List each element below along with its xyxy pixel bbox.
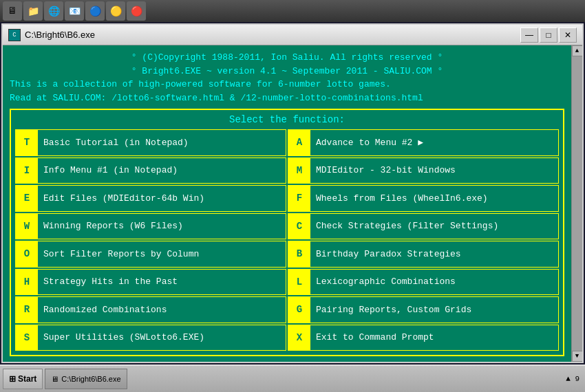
- menu-label-o: Sort Filter Reports by Column: [38, 246, 286, 262]
- window-title: C:\Bright6\B6.exe: [25, 30, 520, 40]
- menu-label-e: Edit Files (MDIEditor-64b Win): [38, 190, 286, 206]
- menu-item-b[interactable]: B Birthday Paradox Strategies: [288, 241, 559, 268]
- menu-item-l[interactable]: L Lexicographic Combinations: [288, 269, 559, 296]
- header-section: ° (C)Copyright 1988-2011, Ion Saliu. All…: [10, 51, 564, 105]
- menu-label-w: Winning Reports (W6 Files): [38, 218, 286, 234]
- menu-container: Select the function: T Basic Tutorial (i…: [10, 109, 564, 356]
- start-icon: ⊞: [9, 374, 16, 384]
- menu-key-o: O: [16, 241, 38, 267]
- menu-key-t: T: [16, 130, 38, 155]
- system-tray: ▲ 9: [566, 375, 582, 383]
- main-window: C C:\Bright6\B6.exe — □ ✕ ° (C)Copyright…: [1, 23, 584, 363]
- copyright-line2: ° Bright6.EXE ~ version 4.1 ~ September …: [10, 65, 564, 78]
- menu-label-g: Pairing Reports, Custom Grids: [310, 302, 558, 318]
- start-button[interactable]: ⊞ Start: [3, 369, 43, 389]
- window-icon: C: [8, 29, 21, 41]
- menu-key-g: G: [288, 297, 310, 323]
- scroll-track[interactable]: [572, 56, 582, 351]
- maximize-button[interactable]: □: [540, 28, 557, 43]
- menu-key-e: E: [16, 186, 38, 211]
- menu-item-o[interactable]: O Sort Filter Reports by Column: [15, 241, 286, 268]
- title-buttons: — □ ✕: [520, 28, 577, 43]
- menu-item-w[interactable]: W Winning Reports (W6 Files): [15, 213, 286, 240]
- menu-key-r: R: [16, 297, 38, 323]
- task-label: C:\Bright6\B6.exe: [61, 375, 120, 383]
- taskbar-icon-1[interactable]: 🖥: [3, 1, 22, 21]
- scroll-down-button[interactable]: ▼: [572, 351, 583, 362]
- menu-key-c: C: [288, 214, 310, 239]
- close-button[interactable]: ✕: [559, 28, 577, 43]
- info-line1: This is a collection of high-powered sof…: [10, 78, 564, 91]
- menu-key-h: H: [16, 270, 38, 295]
- menu-grid: T Basic Tutorial (in Notepad) A Advance …: [15, 129, 559, 351]
- taskbar-bottom: ⊞ Start 🖥 C:\Bright6\B6.exe ▲ 9: [0, 364, 585, 392]
- menu-label-x: Exit to Command Prompt: [310, 329, 558, 345]
- scrollbar[interactable]: ▲ ▼: [571, 45, 582, 362]
- taskbar-top: 🖥 📁 🌐 📧 🔵 🟡 🔴: [0, 0, 585, 22]
- info-line2: Read at SALIU.COM: /lotto6-software.html…: [10, 91, 564, 105]
- menu-label-i: Info Menu #1 (in Notepad): [38, 162, 286, 178]
- menu-label-t: Basic Tutorial (in Notepad): [38, 135, 286, 151]
- copyright-line1: ° (C)Copyright 1988-2011, Ion Saliu. All…: [10, 51, 564, 65]
- title-bar: C C:\Bright6\B6.exe — □ ✕: [3, 25, 582, 45]
- menu-label-m: MDIEditor - 32-bit Windows: [310, 162, 558, 178]
- menu-item-c[interactable]: C Check Strategies (Filter Settings): [288, 213, 559, 240]
- menu-label-a: Advance to Menu #2 ▶: [310, 134, 558, 151]
- menu-item-g[interactable]: G Pairing Reports, Custom Grids: [288, 296, 559, 323]
- menu-item-m[interactable]: M MDIEditor - 32-bit Windows: [288, 157, 559, 184]
- console: ° (C)Copyright 1988-2011, Ion Saliu. All…: [3, 45, 571, 362]
- menu-item-f[interactable]: F Wheels from Files (WheelIn6.exe): [288, 185, 559, 212]
- menu-key-s: S: [16, 325, 38, 351]
- menu-label-f: Wheels from Files (WheelIn6.exe): [310, 190, 558, 206]
- task-icon: 🖥: [51, 375, 58, 383]
- menu-item-s[interactable]: S Super Utilities (SWLotto6.EXE): [15, 325, 286, 351]
- start-label: Start: [18, 374, 36, 384]
- menu-item-i[interactable]: I Info Menu #1 (in Notepad): [15, 157, 286, 184]
- window-body: ° (C)Copyright 1988-2011, Ion Saliu. All…: [3, 45, 582, 362]
- taskbar-icon-2[interactable]: 📁: [23, 1, 43, 21]
- taskbar-icon-4[interactable]: 📧: [65, 1, 84, 21]
- menu-key-f: F: [288, 186, 310, 211]
- menu-label-s: Super Utilities (SWLotto6.EXE): [38, 329, 286, 345]
- menu-label-b: Birthday Paradox Strategies: [310, 246, 558, 262]
- tray-time: ▲ 9: [566, 375, 579, 383]
- taskbar-task-b6[interactable]: 🖥 C:\Bright6\B6.exe: [45, 369, 127, 389]
- taskbar-icon-6[interactable]: 🟡: [106, 1, 125, 21]
- menu-item-t[interactable]: T Basic Tutorial (in Notepad): [15, 129, 286, 156]
- scroll-up-button[interactable]: ▲: [572, 45, 583, 56]
- menu-key-b: B: [288, 241, 310, 267]
- taskbar-icon-5[interactable]: 🔵: [85, 1, 105, 21]
- menu-item-e[interactable]: E Edit Files (MDIEditor-64b Win): [15, 185, 286, 212]
- menu-label-c: Check Strategies (Filter Settings): [310, 218, 558, 234]
- menu-item-a[interactable]: A Advance to Menu #2 ▶: [288, 129, 559, 156]
- menu-item-x[interactable]: X Exit to Command Prompt: [288, 325, 559, 351]
- menu-item-r[interactable]: R Randomized Combinations: [15, 296, 286, 323]
- menu-label-l: Lexicographic Combinations: [310, 274, 558, 290]
- menu-key-a: A: [288, 130, 310, 155]
- menu-item-h[interactable]: H Strategy Hits in the Past: [15, 269, 286, 296]
- menu-key-m: M: [288, 158, 310, 184]
- menu-title: Select the function:: [15, 114, 559, 125]
- menu-key-i: I: [16, 158, 38, 184]
- menu-label-r: Randomized Combinations: [38, 302, 286, 318]
- minimize-button[interactable]: —: [520, 28, 538, 43]
- menu-key-x: X: [288, 325, 310, 351]
- menu-key-w: W: [16, 214, 38, 239]
- menu-key-l: L: [288, 270, 310, 295]
- taskbar-icon-7[interactable]: 🔴: [127, 1, 146, 21]
- menu-label-h: Strategy Hits in the Past: [38, 274, 286, 290]
- taskbar-icon-3[interactable]: 🌐: [44, 1, 63, 21]
